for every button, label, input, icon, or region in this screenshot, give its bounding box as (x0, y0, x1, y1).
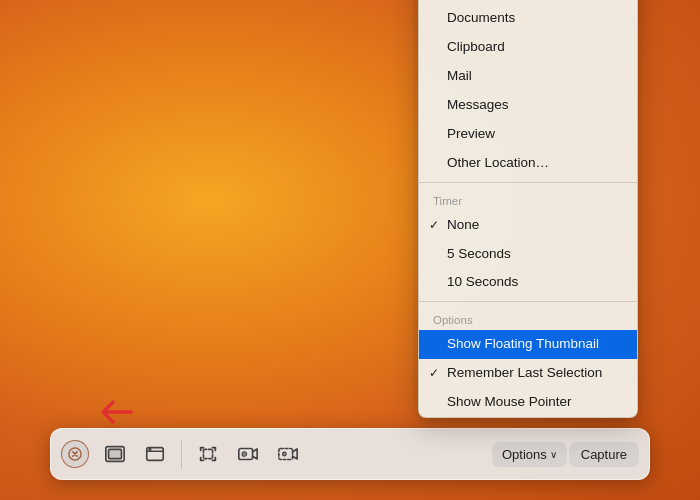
menu-item-10-seconds[interactable]: 10 Seconds (419, 268, 637, 297)
arrow-indicator (95, 392, 135, 432)
svg-rect-7 (203, 449, 212, 458)
menu-item-show-mouse-pointer[interactable]: Show Mouse Pointer (419, 388, 637, 417)
options-section-label: Options (419, 306, 637, 330)
area-record-btn[interactable] (270, 436, 306, 472)
toolbar-right-actions: Options ∨ Capture (492, 442, 639, 467)
svg-point-11 (283, 452, 287, 456)
svg-point-6 (149, 449, 150, 450)
checkmark-remember: ✓ (429, 365, 439, 382)
selection-capture-btn[interactable] (190, 436, 226, 472)
close-button[interactable] (61, 440, 89, 468)
checkmark-none: ✓ (429, 217, 439, 234)
menu-item-none[interactable]: ✓ None (419, 211, 637, 240)
window-capture-btn[interactable] (137, 436, 173, 472)
context-menu: Save to ✓ Desktop Documents Clipboard Ma… (418, 0, 638, 418)
capture-button[interactable]: Capture (569, 442, 639, 467)
menu-item-show-floating-thumbnail[interactable]: Show Floating Thumbnail (419, 330, 637, 359)
menu-item-clipboard[interactable]: Clipboard (419, 33, 637, 62)
fullscreen-capture-btn[interactable] (97, 436, 133, 472)
screenshot-toolbar: Options ∨ Capture (50, 428, 650, 480)
separator-1 (181, 439, 182, 469)
divider-1 (419, 182, 637, 183)
options-button[interactable]: Options ∨ (492, 442, 567, 467)
divider-2 (419, 301, 637, 302)
menu-item-remember-last-selection[interactable]: ✓ Remember Last Selection (419, 359, 637, 388)
menu-item-other-location[interactable]: Other Location… (419, 149, 637, 178)
svg-point-9 (242, 452, 247, 457)
menu-item-5-seconds[interactable]: 5 Seconds (419, 240, 637, 269)
svg-rect-2 (109, 449, 122, 458)
menu-item-preview[interactable]: Preview (419, 120, 637, 149)
timer-section-label: Timer (419, 187, 637, 211)
menu-item-messages[interactable]: Messages (419, 91, 637, 120)
menu-item-mail[interactable]: Mail (419, 62, 637, 91)
screen-record-btn[interactable] (230, 436, 266, 472)
menu-item-documents[interactable]: Documents (419, 4, 637, 33)
